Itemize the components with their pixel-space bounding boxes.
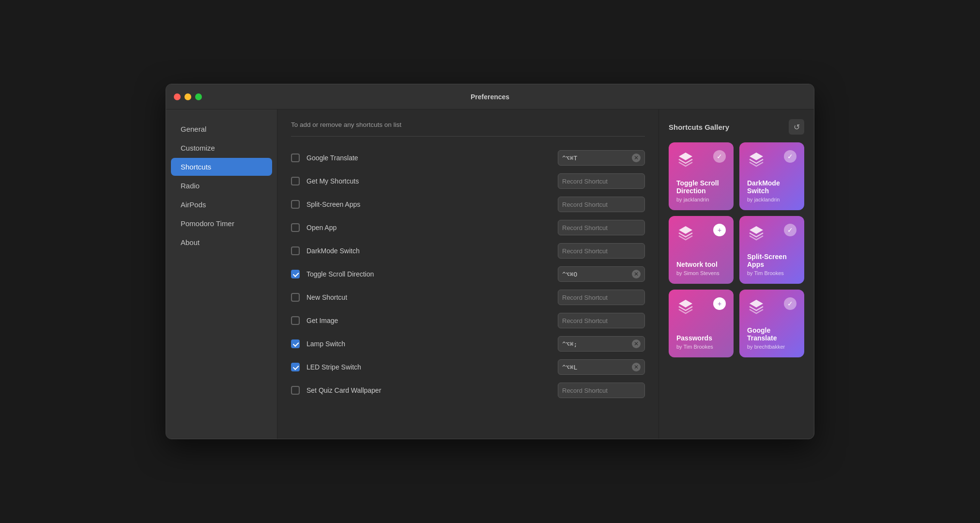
gallery-card-passwords[interactable]: +Passwordsby Tim Brookes: [669, 290, 734, 357]
preferences-window: Preferences GeneralCustomizeShortcutsRad…: [166, 84, 814, 439]
shortcut-name-split-screen-apps: Split-Screen Apps: [306, 200, 551, 208]
card-name: Split-Screen Apps: [747, 253, 796, 268]
sidebar-item-airpods[interactable]: AirPods: [171, 196, 272, 214]
svg-marker-4: [679, 300, 692, 308]
shortcut-name-darkmode-switch: DarkMode Switch: [306, 247, 551, 255]
shortcut-key-field-toggle-scroll-direction[interactable]: ^⌥⌘O✕: [558, 266, 645, 282]
card-bottom: Network toolby Simon Stevens: [676, 261, 726, 276]
shortcut-key-field-split-screen-apps[interactable]: Record Shortcut: [558, 197, 645, 212]
shortcut-row-led-stripe-switch: LED Stripe Switch^⌥⌘L✕: [291, 355, 645, 379]
check-badge[interactable]: ✓: [713, 150, 726, 163]
shortcut-placeholder-get-image: Record Shortcut: [562, 317, 608, 324]
shortcut-checkbox-led-stripe-switch[interactable]: [291, 363, 300, 371]
layers-icon: [747, 150, 766, 169]
card-top: ✓: [676, 150, 726, 169]
check-badge[interactable]: ✓: [784, 150, 796, 163]
shortcut-key-field-darkmode-switch[interactable]: Record Shortcut: [558, 243, 645, 259]
svg-marker-5: [750, 300, 763, 308]
sidebar-item-radio[interactable]: Radio: [171, 177, 272, 195]
card-author: by jacklandrin: [676, 197, 726, 202]
sidebar-item-pomodoro-timer[interactable]: Pomodoro Timer: [171, 215, 272, 232]
shortcut-checkbox-get-image[interactable]: [291, 316, 300, 325]
gallery-card-split-screen-apps-card[interactable]: ✓Split-Screen Appsby Tim Brookes: [739, 216, 804, 284]
shortcut-name-set-quiz-card-wallpaper: Set Quiz Card Wallpaper: [306, 386, 551, 394]
shortcut-placeholder-get-my-shortcuts: Record Shortcut: [562, 178, 608, 185]
card-name: Toggle Scroll Direction: [676, 179, 726, 195]
shortcut-checkbox-darkmode-switch[interactable]: [291, 246, 300, 255]
sidebar: GeneralCustomizeShortcutsRadioAirPodsPom…: [166, 109, 277, 439]
window-title: Preferences: [471, 93, 509, 101]
check-badge[interactable]: ✓: [784, 297, 796, 310]
shortcut-checkbox-get-my-shortcuts[interactable]: [291, 177, 300, 185]
card-author: by Tim Brookes: [676, 344, 726, 350]
gallery-card-darkmode-switch-card[interactable]: ✓DarkMode Switchby jacklandrin: [739, 142, 804, 210]
sidebar-item-shortcuts[interactable]: Shortcuts: [171, 158, 272, 176]
shortcut-name-open-app: Open App: [306, 224, 551, 231]
shortcut-checkbox-new-shortcut[interactable]: [291, 293, 300, 302]
card-top: +: [676, 297, 726, 316]
maximize-button[interactable]: [195, 93, 202, 100]
titlebar: Preferences: [166, 84, 814, 109]
card-name: Google Translate: [747, 326, 796, 342]
card-bottom: Google Translateby brechtbakker: [747, 326, 796, 350]
shortcut-checkbox-open-app[interactable]: [291, 223, 300, 232]
shortcut-key-field-get-image[interactable]: Record Shortcut: [558, 313, 645, 328]
layers-icon: [676, 150, 695, 169]
gallery-card-network-tool[interactable]: +Network toolby Simon Stevens: [669, 216, 734, 284]
shortcut-placeholder-set-quiz-card-wallpaper: Record Shortcut: [562, 387, 608, 394]
layers-icon: [676, 224, 695, 242]
sidebar-item-customize[interactable]: Customize: [171, 139, 272, 157]
shortcut-key-field-lamp-switch[interactable]: ^⌥⌘;✕: [558, 336, 645, 352]
shortcut-name-google-translate: Google Translate: [306, 154, 551, 162]
shortcut-key-field-google-translate[interactable]: ^⌥⌘T✕: [558, 150, 645, 166]
shortcut-checkbox-toggle-scroll-direction[interactable]: [291, 270, 300, 278]
shortcut-row-open-app: Open AppRecord Shortcut: [291, 216, 645, 239]
shortcut-key-field-get-my-shortcuts[interactable]: Record Shortcut: [558, 173, 645, 189]
shortcut-checkbox-google-translate[interactable]: [291, 154, 300, 162]
gallery-panel: Shortcuts Gallery ↺ ✓Toggle Scroll Direc…: [659, 109, 814, 439]
gallery-card-toggle-scroll[interactable]: ✓Toggle Scroll Directionby jacklandrin: [669, 142, 734, 210]
shortcut-row-get-my-shortcuts: Get My ShortcutsRecord Shortcut: [291, 169, 645, 193]
shortcut-row-google-translate: Google Translate^⌥⌘T✕: [291, 146, 645, 169]
card-author: by Tim Brookes: [747, 270, 796, 276]
card-name: Passwords: [676, 334, 726, 342]
shortcut-row-get-image: Get ImageRecord Shortcut: [291, 309, 645, 332]
card-bottom: Passwordsby Tim Brookes: [676, 334, 726, 350]
shortcut-key-field-new-shortcut[interactable]: Record Shortcut: [558, 290, 645, 305]
shortcut-placeholder-darkmode-switch: Record Shortcut: [562, 247, 608, 255]
shortcut-clear-toggle-scroll-direction[interactable]: ✕: [632, 270, 641, 278]
svg-marker-2: [679, 226, 692, 234]
card-name: Network tool: [676, 261, 726, 268]
plus-badge[interactable]: +: [713, 224, 726, 236]
shortcut-checkbox-set-quiz-card-wallpaper[interactable]: [291, 386, 300, 395]
card-author: by brechtbakker: [747, 344, 796, 350]
main-area: To add or remove any shortcuts on list G…: [277, 109, 814, 439]
shortcut-name-toggle-scroll-direction: Toggle Scroll Direction: [306, 270, 551, 278]
check-badge[interactable]: ✓: [784, 224, 796, 236]
shortcut-key-value-lamp-switch: ^⌥⌘;: [562, 340, 577, 348]
sidebar-item-about[interactable]: About: [171, 233, 272, 251]
shortcut-checkbox-lamp-switch[interactable]: [291, 339, 300, 348]
close-button[interactable]: [174, 93, 181, 100]
layers-icon: [747, 297, 766, 316]
gallery-refresh-button[interactable]: ↺: [789, 119, 804, 135]
shortcut-clear-lamp-switch[interactable]: ✕: [632, 339, 641, 348]
shortcut-placeholder-split-screen-apps: Record Shortcut: [562, 201, 608, 208]
shortcut-clear-led-stripe-switch[interactable]: ✕: [632, 363, 641, 371]
shortcut-key-field-open-app[interactable]: Record Shortcut: [558, 220, 645, 235]
shortcut-key-field-set-quiz-card-wallpaper[interactable]: Record Shortcut: [558, 383, 645, 398]
minimize-button[interactable]: [184, 93, 191, 100]
shortcut-key-field-led-stripe-switch[interactable]: ^⌥⌘L✕: [558, 359, 645, 375]
content-area: GeneralCustomizeShortcutsRadioAirPodsPom…: [166, 109, 814, 439]
card-top: ✓: [747, 297, 796, 316]
shortcuts-list: Google Translate^⌥⌘T✕Get My ShortcutsRec…: [291, 146, 645, 402]
shortcut-row-darkmode-switch: DarkMode SwitchRecord Shortcut: [291, 239, 645, 262]
sidebar-item-general[interactable]: General: [171, 120, 272, 138]
layers-icon: [676, 297, 695, 316]
shortcut-row-new-shortcut: New ShortcutRecord Shortcut: [291, 286, 645, 309]
shortcut-clear-google-translate[interactable]: ✕: [632, 154, 641, 162]
gallery-card-google-translate-card[interactable]: ✓Google Translateby brechtbakker: [739, 290, 804, 357]
shortcut-name-led-stripe-switch: LED Stripe Switch: [306, 363, 551, 371]
shortcut-checkbox-split-screen-apps[interactable]: [291, 200, 300, 209]
plus-badge[interactable]: +: [713, 297, 726, 310]
